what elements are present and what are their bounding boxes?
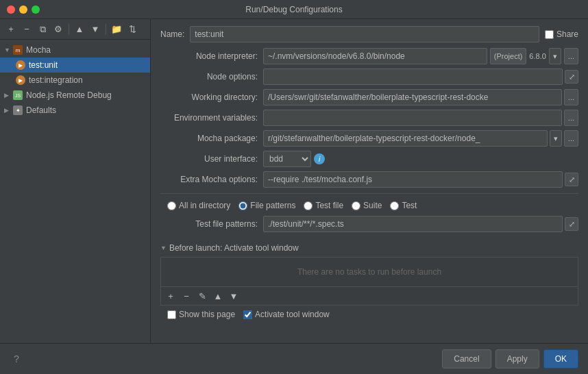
- working-dir-label: Working directory:: [160, 92, 263, 102]
- extra-mocha-control: ⤢: [263, 171, 578, 188]
- remove-config-button[interactable]: −: [20, 23, 34, 36]
- tree-test-unit[interactable]: ▶ test:unit: [0, 58, 150, 73]
- test-file-patterns-expand[interactable]: ⤢: [565, 217, 578, 231]
- tree-test-integration[interactable]: ▶ test:integration: [0, 73, 150, 88]
- radio-file-patterns[interactable]: File patterns: [238, 201, 295, 210]
- launch-edit-button[interactable]: ✎: [195, 289, 209, 303]
- traffic-lights: [7, 5, 40, 14]
- move-up-button[interactable]: ▲: [73, 23, 86, 36]
- test-file-patterns-control: ⤢: [263, 216, 578, 232]
- maximize-button[interactable]: [32, 5, 40, 14]
- expand-arrow: ▶: [4, 92, 12, 99]
- working-dir-control: ...: [263, 89, 578, 105]
- mocha-group-label: Mocha: [26, 45, 146, 55]
- defaults-label: Defaults: [26, 105, 146, 115]
- before-launch-header[interactable]: ▼ Before launch: Activate tool window: [160, 242, 578, 254]
- activate-tool-window-label: Activate tool window: [255, 310, 330, 319]
- test-file-patterns-label: Test file patterns:: [160, 219, 263, 229]
- working-dir-browse[interactable]: ...: [564, 89, 578, 105]
- extra-mocha-input[interactable]: [263, 171, 563, 188]
- name-input[interactable]: [190, 26, 539, 42]
- test-integration-label: test:integration: [29, 75, 146, 85]
- env-vars-browse[interactable]: ...: [564, 110, 578, 126]
- activate-tool-window-option[interactable]: Activate tool window: [243, 310, 330, 319]
- radio-all-in-dir-input[interactable]: [167, 201, 176, 210]
- window-title: Run/Debug Configurations: [245, 5, 342, 14]
- mocha-package-dropdown[interactable]: ▾: [550, 130, 562, 147]
- env-vars-control: ...: [263, 110, 578, 126]
- gear-button[interactable]: ⚙: [51, 23, 65, 36]
- user-interface-label: User interface:: [160, 154, 263, 164]
- extra-mocha-label: Extra Mocha options:: [160, 175, 263, 184]
- add-config-button[interactable]: +: [4, 23, 18, 36]
- bottom-options: Show this page Activate tool window: [160, 306, 578, 323]
- mocha-package-control: ▾ ...: [263, 130, 578, 147]
- mocha-package-input[interactable]: [263, 130, 548, 147]
- show-this-page-option[interactable]: Show this page: [167, 310, 235, 319]
- toolbar-separator-2: [106, 24, 106, 35]
- radio-test-file-label: Test file: [315, 201, 343, 210]
- show-this-page-checkbox[interactable]: [167, 310, 176, 319]
- config-tree: ▼ m Mocha ▶ test:unit ▶ test:i: [0, 40, 150, 343]
- defaults-icon: ✦: [12, 105, 23, 116]
- mocha-package-label: Mocha package:: [160, 134, 263, 143]
- radio-all-in-dir[interactable]: All in directory: [167, 201, 230, 210]
- radio-test-file[interactable]: Test file: [304, 201, 343, 210]
- copy-config-button[interactable]: ⧉: [36, 23, 49, 36]
- sort-button[interactable]: ⇅: [125, 23, 139, 36]
- interpreter-dropdown[interactable]: ▾: [549, 48, 561, 64]
- project-badge: (Project): [490, 48, 527, 64]
- tree-defaults[interactable]: ▶ ✦ Defaults: [0, 103, 150, 118]
- radio-test[interactable]: Test: [390, 201, 417, 210]
- test-file-patterns-input[interactable]: [263, 216, 563, 232]
- share-checkbox[interactable]: [545, 30, 554, 39]
- expand-arrow: ▶: [4, 107, 12, 114]
- apply-button[interactable]: Apply: [495, 349, 539, 369]
- launch-up-button[interactable]: ▲: [211, 289, 225, 303]
- working-dir-input[interactable]: [263, 89, 562, 105]
- radio-test-input[interactable]: [390, 201, 399, 210]
- test-file-patterns-row: Test file patterns: ⤢: [160, 216, 578, 232]
- cancel-button[interactable]: Cancel: [442, 349, 491, 369]
- move-down-button[interactable]: ▼: [88, 23, 102, 36]
- minimize-button[interactable]: [19, 5, 27, 14]
- help-button[interactable]: ?: [10, 352, 23, 366]
- interpreter-browse[interactable]: ...: [564, 48, 578, 64]
- node-options-label: Node options:: [160, 72, 263, 82]
- expand-arrow: ▼: [4, 47, 12, 53]
- radio-suite[interactable]: Suite: [352, 201, 382, 210]
- footer: ? Cancel Apply OK: [0, 343, 588, 374]
- nodejs-icon: JS: [12, 90, 23, 101]
- radio-suite-input[interactable]: [352, 201, 360, 210]
- radio-file-patterns-label: File patterns: [250, 201, 295, 210]
- tree-nodejs-remote[interactable]: ▶ JS Node.js Remote Debug: [0, 88, 150, 103]
- ok-button[interactable]: OK: [543, 349, 578, 369]
- node-options-input[interactable]: [263, 68, 563, 85]
- before-launch-content: There are no tasks to run before launch …: [160, 257, 578, 306]
- share-checkbox-wrap: Share: [545, 29, 578, 39]
- radio-suite-label: Suite: [363, 201, 382, 210]
- mocha-package-browse[interactable]: ...: [564, 130, 578, 147]
- radio-test-file-input[interactable]: [304, 201, 313, 210]
- user-interface-row: User interface: bdd tdd exports qunit i: [160, 151, 578, 167]
- config-form: Name: Share Node interpreter: (Project) …: [151, 19, 588, 343]
- activate-tool-window-checkbox[interactable]: [243, 310, 252, 319]
- launch-down-button[interactable]: ▼: [227, 289, 241, 303]
- node-interpreter-label: Node interpreter:: [160, 51, 263, 61]
- show-this-page-label: Show this page: [179, 310, 235, 319]
- extra-mocha-expand[interactable]: ⤢: [565, 173, 578, 186]
- node-options-expand[interactable]: ⤢: [565, 70, 578, 84]
- before-launch-title: Before launch: Activate tool window: [169, 243, 299, 253]
- env-vars-input[interactable]: [263, 110, 562, 126]
- close-button[interactable]: [7, 5, 15, 14]
- launch-remove-button[interactable]: −: [180, 289, 193, 303]
- tree-mocha-group[interactable]: ▼ m Mocha: [0, 42, 150, 58]
- launch-add-button[interactable]: +: [164, 289, 177, 303]
- node-interpreter-row: Node interpreter: (Project) 6.8.0 ▾ ...: [160, 48, 578, 64]
- node-interpreter-input[interactable]: [263, 48, 487, 64]
- launch-toolbar: + − ✎ ▲ ▼: [161, 286, 578, 305]
- user-interface-select[interactable]: bdd tdd exports qunit: [263, 151, 311, 167]
- radio-file-patterns-input[interactable]: [238, 201, 247, 210]
- folder-button[interactable]: 📁: [110, 23, 123, 36]
- test-unit-label: test:unit: [29, 60, 146, 70]
